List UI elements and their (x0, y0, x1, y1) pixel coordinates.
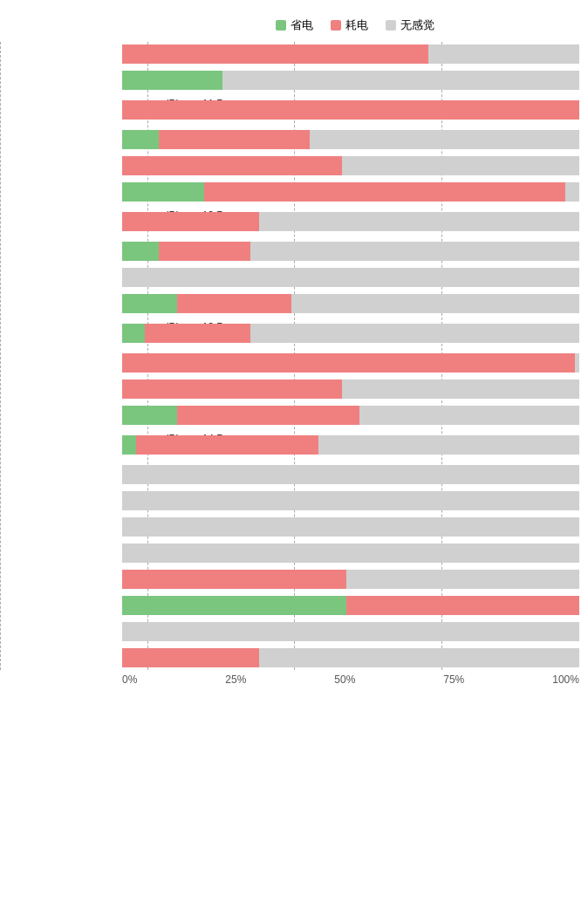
bar-segment-green (122, 294, 177, 313)
x-axis-label: 100% (552, 673, 579, 686)
bar-segment-red (122, 648, 259, 667)
bar-row: iPhone 12 Pro (122, 180, 579, 204)
bar-track (122, 353, 579, 373)
bar-track (122, 130, 579, 149)
bar-row: iPhone 14 ProMax (122, 429, 579, 461)
chart-area: iPhone 11iPhone 11 ProiPhone 11 ProMaxiP… (0, 42, 588, 670)
bar-row: iPhone X (122, 567, 579, 591)
bar-segment-gray (122, 465, 579, 484)
bar-row: iPhone 12 (122, 127, 579, 152)
bar-segment-gray (122, 491, 579, 510)
bar-segment-red (122, 44, 428, 64)
bar-segment-red (122, 212, 259, 231)
legend-item: 耗电 (331, 17, 368, 33)
bar-segment-red (159, 242, 250, 261)
bar-track (122, 570, 579, 589)
bar-segment-gray (122, 268, 579, 287)
bar-track (122, 648, 579, 667)
bar-segment-gray (250, 324, 579, 343)
bar-segment-red (122, 570, 346, 589)
bar-segment-gray (259, 212, 579, 231)
bar-track (122, 44, 579, 64)
legend-color-dot (331, 20, 341, 31)
bar-track (122, 596, 579, 615)
x-axis: 0%25%50%75%100% (0, 673, 588, 686)
bar-track (122, 100, 579, 120)
bar-row: iPhone 8 Plus (122, 489, 579, 513)
bar-segment-red (136, 435, 319, 455)
bar-segment-gray (346, 570, 579, 589)
bar-segment-green (122, 182, 204, 202)
bar-segment-green (122, 324, 145, 343)
legend-label: 无感觉 (400, 17, 434, 33)
bar-row: iPhone 11 (122, 42, 579, 66)
x-axis-label: 50% (334, 673, 355, 686)
bar-row: iPhone 12 mini (122, 154, 579, 178)
bar-row: iPhone SE 第2代 (122, 515, 579, 539)
bar-segment-gray (122, 517, 579, 537)
bar-row: iPhone XS (122, 619, 579, 644)
bar-segment-gray (565, 182, 579, 202)
bar-track (122, 294, 579, 313)
bar-segment-gray (575, 353, 579, 373)
bar-track (122, 268, 579, 287)
grid-line (0, 42, 1, 670)
bar-segment-red (204, 182, 565, 202)
bar-row: iPhone 13 Pro (122, 291, 579, 316)
bar-segment-red (177, 294, 291, 313)
bar-segment-green (122, 406, 177, 425)
bar-track (122, 435, 579, 455)
bar-segment-green (122, 71, 222, 90)
bar-track (122, 379, 579, 399)
bar-segment-gray (250, 242, 579, 261)
x-axis-label: 0% (122, 673, 137, 686)
bar-row: iPhone 8 (122, 462, 579, 487)
bar-segment-red (145, 324, 250, 343)
legend: 省电耗电无感觉 (0, 17, 588, 33)
bar-track (122, 242, 579, 261)
bar-segment-red (122, 156, 342, 175)
bar-row: iPhone 14 Plus (122, 377, 579, 401)
bar-track (122, 324, 579, 343)
bar-row: iPhone SE 第3代 (122, 541, 579, 565)
bar-row: iPhone 13 ProMax (122, 318, 579, 349)
bar-track (122, 182, 579, 202)
bar-segment-gray (342, 156, 579, 175)
bar-segment-gray (122, 622, 579, 641)
bar-row: iPhone XS Max (122, 646, 579, 670)
bar-row: iPhone 11 Pro (122, 68, 579, 92)
bar-segment-gray (428, 44, 579, 64)
bar-segment-gray (222, 71, 579, 90)
bar-segment-green (122, 596, 346, 615)
bar-segment-red (122, 379, 342, 399)
bar-segment-gray (122, 544, 579, 563)
bar-track (122, 71, 579, 90)
bar-row: iPhone 12 ProMax (122, 206, 579, 237)
legend-color-dot (386, 20, 396, 31)
bar-track (122, 622, 579, 641)
bar-segment-red (346, 596, 579, 615)
chart-container: 省电耗电无感觉 iPhone 11iPhone 11 ProiPhone 11 … (0, 9, 588, 712)
bar-segment-red (122, 353, 575, 373)
bar-track (122, 406, 579, 425)
bar-track (122, 465, 579, 484)
bar-segment-red (122, 100, 579, 120)
legend-item: 省电 (276, 17, 313, 33)
legend-color-dot (276, 20, 286, 31)
bar-segment-green (122, 435, 136, 455)
bar-segment-red (177, 406, 360, 425)
x-axis-label: 75% (443, 673, 464, 686)
bar-segment-green (122, 242, 159, 261)
bar-track (122, 212, 579, 231)
bar-row: iPhone 13 mini (122, 265, 579, 290)
bar-row: iPhone 14 (122, 351, 579, 375)
bar-row: iPhone 11 ProMax (122, 94, 579, 126)
bar-row: iPhone XR (122, 593, 579, 618)
x-axis-label: 25% (225, 673, 246, 686)
bar-track (122, 491, 579, 510)
legend-item: 无感觉 (386, 17, 434, 33)
bar-segment-green (122, 130, 159, 149)
bar-track (122, 156, 579, 175)
bar-track (122, 517, 579, 537)
bar-track (122, 544, 579, 563)
